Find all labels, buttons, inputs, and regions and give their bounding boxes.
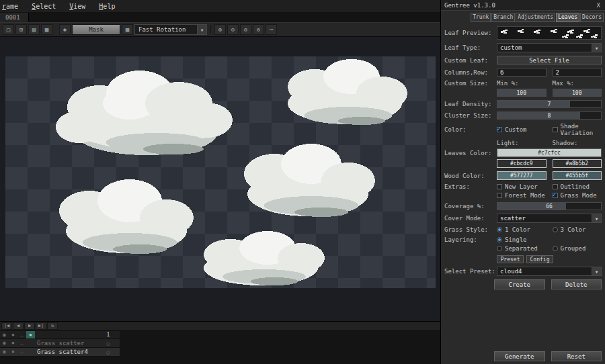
- wood-color-button-2[interactable]: #455b5f: [553, 171, 602, 180]
- cloud-pixel-art: [5, 56, 436, 288]
- symmetry-slash-button[interactable]: ⊘: [240, 24, 251, 35]
- grid-tool-button[interactable]: ▤: [28, 24, 40, 35]
- frame-number-header[interactable]: 1: [102, 332, 114, 338]
- select-file-button[interactable]: Select File: [497, 56, 602, 64]
- select-icon: ▢: [7, 27, 10, 33]
- forest-mode-checkbox[interactable]: Forest Mode: [497, 192, 547, 199]
- selection-tool-button[interactable]: ▢: [3, 24, 14, 35]
- menu-item-select[interactable]: Select: [30, 3, 57, 10]
- link-icon[interactable]: ‥: [17, 332, 26, 338]
- create-button[interactable]: Create: [494, 279, 545, 289]
- layer-name[interactable]: Grass scatter: [35, 340, 102, 347]
- min-size-slider[interactable]: 100: [497, 89, 547, 97]
- link-icon[interactable]: ‥: [17, 340, 26, 346]
- eye-icon[interactable]: ◉: [0, 332, 9, 338]
- max-size-value: 100: [553, 89, 602, 96]
- last-frame-button[interactable]: ▶|: [36, 322, 46, 330]
- panel-title: Gentree v1.3.0: [444, 2, 495, 9]
- prev-frame-button[interactable]: ◀: [13, 322, 24, 330]
- leaves-color-swatch[interactable]: #c7cfcc: [497, 148, 602, 157]
- shade-variation-checkbox[interactable]: Shade Variation: [553, 123, 602, 136]
- preset-button[interactable]: Preset: [497, 255, 524, 263]
- cel-indicator-icon[interactable]: ○: [102, 349, 114, 355]
- grouped-radio[interactable]: Grouped: [553, 245, 602, 252]
- fast-rotation-dropdown[interactable]: Fast Rotation ▼: [134, 24, 207, 35]
- mask-button[interactable]: Mask: [72, 24, 120, 35]
- leaf-color-button-1[interactable]: #cbcdc9: [497, 159, 547, 168]
- row-input[interactable]: 2: [553, 68, 602, 77]
- leaf-type-dropdown[interactable]: custom ▼: [497, 43, 602, 52]
- custom-size-label-row: Custom Size: Min %: Max %:: [441, 80, 605, 87]
- extras-row-2: Forest Mode Grass Mode: [441, 192, 605, 199]
- generate-button[interactable]: Generate: [494, 351, 545, 361]
- layering-row-2: Separated Grouped: [441, 245, 605, 252]
- sprite-canvas[interactable]: [5, 56, 436, 288]
- single-radio[interactable]: Single: [497, 236, 602, 243]
- leaf-color-button-2[interactable]: #a8b5b2: [553, 159, 602, 168]
- eye-icon[interactable]: ◉: [0, 340, 9, 346]
- menu-item-view[interactable]: View: [68, 3, 87, 10]
- max-size-slider[interactable]: 100: [553, 89, 602, 97]
- loop-button[interactable]: ↻: [47, 322, 58, 330]
- cover-mode-dropdown[interactable]: scatter ▼: [497, 214, 602, 223]
- wood-color-button-1[interactable]: #577277: [497, 171, 547, 180]
- select-preset-row: Select Preset: cloud4 ▼: [441, 267, 605, 276]
- tab-branch[interactable]: Branch: [491, 13, 515, 22]
- menu-item-frame[interactable]: rame: [1, 3, 19, 10]
- config-button[interactable]: Config: [526, 255, 553, 263]
- coverage-slider[interactable]: 66: [497, 202, 602, 210]
- grass-mode-checkbox[interactable]: Grass Mode: [553, 192, 602, 199]
- symmetry-dot-button[interactable]: ⊙: [253, 24, 264, 35]
- more-options-button[interactable]: ⋯: [266, 24, 277, 35]
- color-label: Color:: [444, 126, 497, 133]
- tab-leaves[interactable]: Leaves: [556, 13, 579, 22]
- canvas-area: [0, 37, 440, 321]
- new-layer-checkbox-label: New Layer: [505, 183, 538, 190]
- cover-mode-row: Cover Mode: scatter ▼: [441, 214, 605, 223]
- pattern-icon: ▦: [126, 27, 129, 33]
- symmetry-plus-button[interactable]: ⊕: [214, 24, 226, 35]
- reset-button[interactable]: Reset: [551, 351, 602, 361]
- layer-row[interactable]: ◉ ▪ ‥ Grass scatter4 ○: [0, 348, 120, 357]
- grass-style-label: Grass Style:: [444, 226, 497, 233]
- tab-decors[interactable]: Decors: [580, 13, 604, 22]
- pattern-tool-button[interactable]: ▦: [122, 24, 133, 35]
- cel-indicator-icon[interactable]: ○: [102, 340, 114, 347]
- eye-icon[interactable]: ◉: [0, 349, 9, 355]
- three-color-radio[interactable]: 3 Color: [553, 226, 602, 233]
- new-layer-checkbox[interactable]: New Layer: [497, 183, 547, 190]
- lock-icon[interactable]: ▪: [9, 349, 17, 355]
- sprite-tab-0001[interactable]: 0001: [0, 13, 29, 22]
- layer-row[interactable]: ◉ ▪ ‥ Grass scatter ○: [0, 339, 120, 348]
- frames-icon: ⊞: [19, 27, 23, 33]
- close-icon[interactable]: X: [596, 2, 602, 9]
- leaf-density-slider[interactable]: 7: [497, 100, 602, 108]
- cluster-size-slider[interactable]: 8: [497, 111, 602, 120]
- first-frame-button[interactable]: |◀: [1, 322, 12, 330]
- tab-trunk[interactable]: Trunk: [471, 13, 491, 22]
- lock-icon[interactable]: ▪: [9, 332, 17, 338]
- lock-icon[interactable]: ▪: [9, 340, 17, 346]
- outlined-checkbox[interactable]: Outlined: [553, 183, 602, 190]
- separated-radio[interactable]: Separated: [497, 245, 547, 252]
- tab-adjustments[interactable]: Adjustments: [516, 13, 555, 22]
- menu-item-help[interactable]: Help: [97, 3, 116, 10]
- one-color-radio[interactable]: 1 Color: [497, 226, 547, 233]
- wood-color-label: Wood Color:: [444, 173, 497, 179]
- create-delete-row: Create Delete: [441, 279, 605, 289]
- layer-name[interactable]: Grass scatter4: [35, 349, 102, 355]
- frames-tool-button[interactable]: ⊞: [15, 24, 27, 35]
- gentree-panel: Gentree v1.3.0 X Trunk Branch Adjustment…: [440, 0, 605, 364]
- sparkle-tool-button[interactable]: ◈: [59, 24, 71, 35]
- preset-dropdown[interactable]: cloud4 ▼: [497, 267, 602, 276]
- tiles-tool-button[interactable]: ▦: [41, 24, 52, 35]
- link-icon[interactable]: ‥: [17, 349, 26, 355]
- onionskin-icon[interactable]: ▪: [26, 331, 35, 338]
- columns-input[interactable]: 6: [497, 68, 547, 77]
- play-button[interactable]: ▶: [24, 322, 35, 330]
- checkbox-icon: [497, 193, 502, 198]
- symmetry-minus-button[interactable]: ⊖: [227, 24, 239, 35]
- delete-button[interactable]: Delete: [551, 279, 602, 289]
- custom-color-checkbox[interactable]: Custom: [497, 126, 547, 133]
- leaves-color-label: Leaves Color:: [444, 150, 497, 156]
